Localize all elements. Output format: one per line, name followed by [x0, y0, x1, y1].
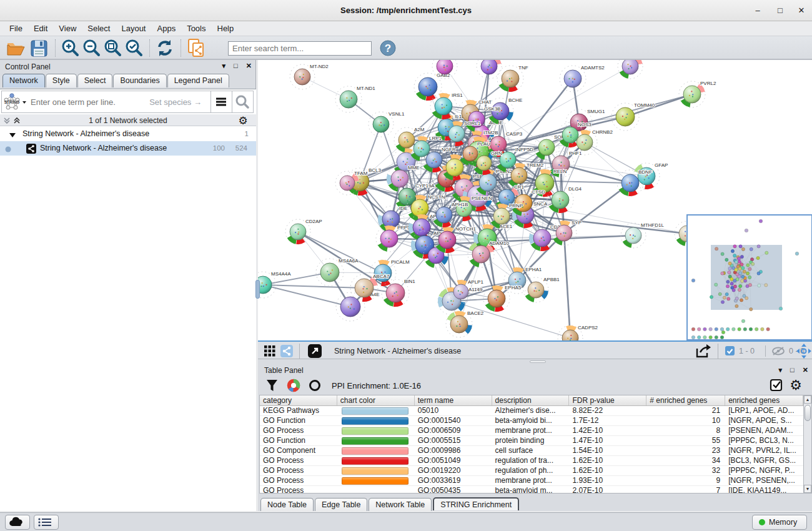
node-TOMM40[interactable]: TOMM40 [611, 102, 655, 131]
save-session-button[interactable] [29, 38, 49, 58]
gear-icon[interactable]: ⚙ [788, 377, 803, 394]
network-row-selected[interactable]: String Network - Alzheimer's disease 100… [0, 141, 256, 156]
column-header[interactable]: term name [415, 395, 492, 405]
tab-legend-panel[interactable]: Legend Panel [167, 74, 229, 87]
node-CADPS2[interactable]: CADPS2 [558, 325, 598, 340]
float-panel-icon[interactable]: ▾ [778, 366, 782, 374]
enrichment-table[interactable]: categorychart colorterm namedescriptionF… [259, 395, 803, 494]
node-PVRL2[interactable]: PVRL2 [679, 81, 716, 107]
tab-select[interactable]: Select [77, 74, 113, 87]
node-MT-ND1[interactable]: MT-ND1 [335, 86, 375, 112]
open-session-button[interactable] [5, 38, 25, 58]
donut-chart-icon[interactable] [287, 379, 300, 392]
refresh-network-button[interactable] [155, 38, 175, 58]
node-MS4A4A[interactable]: MS4A4A [258, 271, 291, 298]
node-MS4A4E[interactable]: MS4A4E [336, 292, 380, 321]
node-APBB1[interactable]: APBB1 [523, 277, 560, 302]
menu-file[interactable]: File [4, 21, 28, 36]
scrollbar-thumb[interactable] [805, 405, 811, 421]
menu-apps[interactable]: Apps [152, 21, 182, 36]
column-header[interactable]: chart color [337, 395, 415, 405]
menu-help[interactable]: Help [212, 21, 240, 36]
minimize-button[interactable]: – [750, 4, 766, 17]
close-panel-icon[interactable]: ✕ [803, 366, 808, 374]
string-search-button[interactable] [232, 91, 253, 112]
column-header[interactable]: enriched genes [725, 395, 803, 405]
panel-splitter-grip[interactable] [255, 280, 260, 299]
splitter-grip[interactable] [530, 360, 546, 363]
tab-edge-table[interactable]: Edge Table [315, 498, 367, 511]
network-graph[interactable]: MT-ND2MT-ND1VSNL1GAB2PRKCACASP9TNFADAMTS… [258, 60, 812, 340]
node-MT-ND2[interactable]: MT-ND2 [290, 64, 329, 89]
zoom-selected-button[interactable] [124, 38, 144, 58]
network-canvas[interactable]: MT-ND2MT-ND1VSNL1GAB2PRKCACASP9TNFADAMTS… [258, 60, 812, 340]
pie-ring-icon[interactable] [308, 379, 322, 392]
settings-checkbox-icon[interactable] [770, 379, 783, 392]
string-logo-button[interactable]: STRING [2, 92, 27, 112]
tab-string-enrichment[interactable]: STRING Enrichment [433, 497, 519, 510]
tab-node-table[interactable]: Node Table [260, 498, 314, 511]
column-header[interactable]: description [492, 395, 570, 405]
node-ABCA2[interactable]: ABCA2 [618, 60, 655, 79]
network-from-clipboard-button[interactable] [186, 38, 205, 58]
table-vertical-scrollbar[interactable]: ▲ ▼ [803, 395, 812, 494]
undock-panel-icon[interactable]: □ [234, 62, 238, 69]
navigate-crosshair-icon[interactable] [796, 344, 811, 359]
help-button[interactable]: ? [380, 40, 400, 60]
string-options-button[interactable] [210, 91, 232, 112]
menu-view[interactable]: View [53, 21, 82, 36]
open-in-window-icon[interactable] [308, 344, 322, 358]
close-button[interactable]: ✕ [793, 4, 810, 17]
set-species-label[interactable]: Set species → [149, 97, 210, 107]
column-header[interactable]: FDR p-value [569, 395, 646, 405]
hidden-nodes-eye-icon[interactable] [771, 345, 785, 357]
horizontal-splitter[interactable] [258, 359, 812, 364]
network-collection-row[interactable]: String Network - Alzheimer's disease 1 [0, 127, 256, 141]
filter-funnel-icon[interactable] [265, 379, 279, 392]
collapse-triangle-icon[interactable] [9, 132, 16, 138]
menu-select[interactable]: Select [82, 21, 116, 36]
network-nodes[interactable]: MT-ND2MT-ND1VSNL1GAB2PRKCACASP9TNFADAMTS… [258, 60, 716, 340]
table-row[interactable]: KEGG Pathways05010Alzheimer's dise...8.8… [260, 406, 803, 416]
node-SYP[interactable]: SYP [552, 220, 582, 246]
menu-tools[interactable]: Tools [181, 21, 211, 36]
node-ADAM10[interactable]: ADAM10 [468, 241, 510, 267]
birdseye-overview[interactable] [687, 215, 812, 340]
table-row[interactable]: GO ComponentGO:0009986cell surface1.54E-… [260, 446, 803, 456]
node-MS4A6A[interactable]: MS4A6A [316, 258, 359, 286]
table-row[interactable]: GO FunctionGO:0005515protein binding1.47… [260, 436, 803, 446]
node-VSNL1[interactable]: VSNL1 [369, 111, 405, 137]
menu-edit[interactable]: Edit [28, 21, 53, 36]
zoom-fit-button[interactable] [103, 38, 123, 58]
maximize-button[interactable]: □ [772, 4, 788, 17]
string-term-input[interactable] [27, 97, 149, 107]
table-row[interactable]: GO ProcessGO:0050435beta-amyloid m...2.0… [260, 486, 803, 494]
zoom-in-button[interactable] [61, 38, 81, 58]
table-row[interactable]: GO ProcessGO:0051049regulation of tra...… [260, 456, 803, 466]
column-header[interactable]: # enriched genes [646, 395, 725, 405]
column-header[interactable]: category [260, 395, 337, 405]
tab-style[interactable]: Style [46, 74, 77, 87]
table-row[interactable]: GO FunctionGO:0001540beta-amyloid bi...1… [260, 416, 803, 426]
memory-button[interactable]: Memory [752, 515, 807, 530]
task-list-button[interactable] [34, 515, 59, 530]
node-TNF[interactable]: TNF [497, 65, 528, 92]
grid-view-icon[interactable] [264, 345, 275, 357]
gear-icon[interactable]: ⚙ [237, 115, 249, 126]
table-row[interactable]: GO ProcessGO:0019220regulation of ph...1… [260, 466, 803, 476]
zoom-out-button[interactable] [82, 38, 102, 58]
table-row[interactable]: GO ProcessGO:0006509membrane prot...1.42… [260, 426, 803, 436]
undock-panel-icon[interactable]: □ [790, 366, 795, 374]
share-network-icon[interactable] [280, 345, 293, 357]
export-network-icon[interactable] [695, 344, 711, 359]
tab-network-table[interactable]: Network Table [369, 498, 432, 511]
close-panel-icon[interactable]: ✕ [246, 62, 252, 69]
search-input[interactable] [228, 41, 372, 56]
float-panel-icon[interactable]: ▾ [222, 62, 225, 69]
selected-nodes-checkbox-icon[interactable] [725, 346, 735, 355]
cloud-button[interactable] [5, 515, 30, 530]
tab-boundaries[interactable]: Boundaries [113, 74, 166, 87]
menu-layout[interactable]: Layout [116, 21, 151, 36]
node-BACE2[interactable]: BACE2 [446, 310, 484, 337]
scroll-down-button[interactable]: ▼ [804, 485, 811, 493]
